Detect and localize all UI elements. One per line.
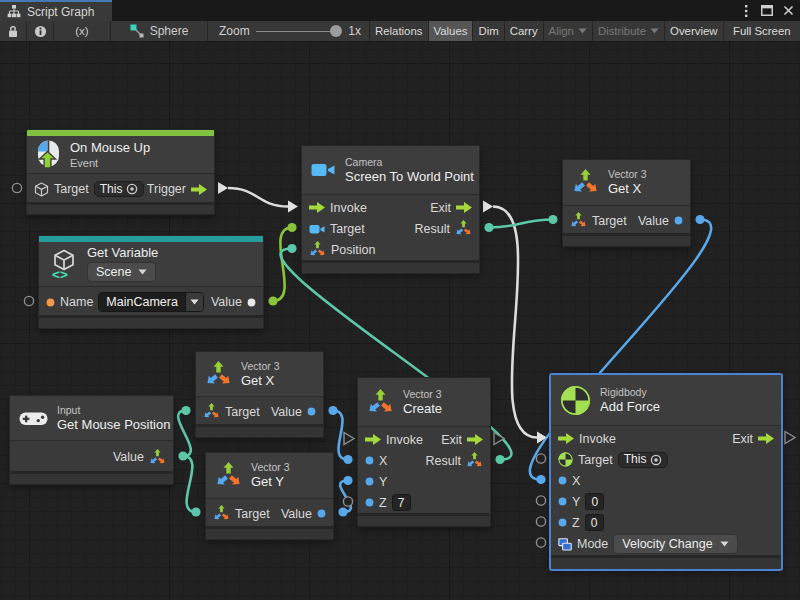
add-force-x-in[interactable]: [536, 475, 545, 484]
get-x-mid-value-out[interactable]: [328, 406, 337, 415]
inline-value-input[interactable]: 0: [585, 493, 604, 510]
wire-mouse-to-gety-target[interactable]: [183, 456, 196, 512]
input-ports: Target: [213, 505, 270, 522]
flow-arrow-icon: [558, 433, 574, 444]
tab-script-graph[interactable]: Script Graph: [0, 0, 112, 21]
node-vector3-create[interactable]: Vector 3CreateInvokeExitXResultYZ7: [357, 377, 491, 527]
wire-result-to-getx-target[interactable]: [489, 220, 553, 228]
create-z-in[interactable]: [343, 497, 352, 506]
toolbar-button-align[interactable]: Align: [544, 21, 593, 41]
on-mouse-up-trigger-out[interactable]: [218, 182, 228, 194]
variable-scope-dropdown[interactable]: Scene: [87, 262, 156, 282]
port-row: TargetValue: [196, 399, 323, 424]
wire-gety-to-create-y[interactable]: [340, 481, 351, 513]
zoom-slider-handle[interactable]: [330, 25, 342, 37]
this-owner-pill[interactable]: This: [94, 181, 145, 197]
add-force-invoke-in[interactable]: [537, 432, 547, 444]
toolbar-button-dim[interactable]: Dim: [473, 21, 504, 41]
camera-invoke-in[interactable]: [288, 201, 298, 213]
node-footer: [27, 205, 214, 214]
create-result-out[interactable]: [495, 455, 504, 464]
gamepad-icon: [19, 410, 48, 427]
lock-button[interactable]: [0, 21, 27, 41]
node-get-variable[interactable]: <>Get VariableSceneNameMainCameraValue: [38, 235, 264, 329]
port-label: Result: [415, 222, 450, 236]
node-subtitle: Camera: [345, 157, 469, 168]
chevron-down-icon[interactable]: [185, 293, 203, 311]
node-vector3-get-y[interactable]: Vector 3Get YTargetValue: [205, 452, 334, 540]
wire-exit-to-invoke[interactable]: [493, 207, 537, 438]
zoom-group: Zoom 1x: [208, 21, 370, 41]
get-variable-value-out[interactable]: [268, 296, 277, 305]
get-x-top-target-in[interactable]: [548, 215, 557, 224]
float-dot-icon: [365, 498, 374, 507]
port-label: Z: [572, 516, 580, 530]
inline-value-input[interactable]: 0: [585, 514, 604, 531]
code-button[interactable]: (x): [54, 21, 111, 41]
toolbar-button-relations[interactable]: Relations: [370, 21, 429, 41]
add-force-mode-in[interactable]: [536, 538, 545, 547]
graph-reference-button[interactable]: Sphere: [111, 21, 208, 41]
input-ports: Z7: [365, 494, 411, 511]
create-y-in[interactable]: [343, 476, 352, 485]
input-ports: NameMainCamera: [46, 292, 204, 312]
vector3-icon: [205, 361, 232, 388]
node-rigidbody-add-force[interactable]: RigidbodyAdd ForceInvokeExitTargetThisXY…: [550, 374, 782, 570]
info-button[interactable]: [27, 21, 54, 41]
camera-position-in[interactable]: [287, 244, 296, 253]
wire-trigger-to-invoke[interactable]: [228, 188, 288, 207]
string-dot-icon: [46, 298, 55, 307]
toolbar-button-full-screen[interactable]: Full Screen: [724, 21, 800, 41]
camera-result-out[interactable]: [484, 223, 493, 232]
maximize-icon[interactable]: [760, 4, 774, 18]
create-x-in[interactable]: [343, 455, 352, 464]
node-screen-to-world-point[interactable]: CameraScreen To World PointInvokeExitTar…: [301, 145, 480, 274]
port-row: TargetThisTrigger: [27, 176, 214, 202]
add-force-y-in[interactable]: [536, 496, 545, 505]
float-dot-icon: [558, 476, 567, 485]
toolbar-button-carry[interactable]: Carry: [505, 21, 544, 41]
toolbar-button-distribute[interactable]: Distribute: [593, 21, 665, 41]
get-y-value-out[interactable]: [338, 507, 347, 516]
port-row: Value: [10, 443, 173, 471]
node-subtitle: Input: [57, 405, 163, 416]
node-get-mouse-position[interactable]: InputGet Mouse PositionValue: [9, 395, 174, 485]
toolbar-button-overview[interactable]: Overview: [665, 21, 723, 41]
node-vector3-get-x-mid[interactable]: Vector 3Get XTargetValue: [195, 351, 324, 438]
camera-exit-out[interactable]: [483, 201, 493, 213]
this-owner-pill[interactable]: This: [618, 452, 669, 468]
get-x-top-value-out[interactable]: [695, 215, 704, 224]
get-x-mid-target-in[interactable]: [181, 406, 190, 415]
dropdown[interactable]: Velocity Change: [613, 534, 737, 554]
get-variable-name-in[interactable]: [24, 296, 33, 305]
wire-mouse-to-getx-target[interactable]: [178, 411, 191, 457]
float-dot-icon: [558, 518, 567, 527]
variable-name-value[interactable]: MainCamera: [99, 293, 185, 311]
get-y-target-in[interactable]: [191, 507, 200, 516]
chevron-down-icon: [650, 28, 659, 34]
input-ports: Target: [203, 403, 260, 420]
toolbar-button-label: Distribute: [598, 25, 646, 37]
create-invoke-in[interactable]: [344, 433, 354, 445]
node-on-mouse-up[interactable]: On Mouse UpEventTargetThisTrigger: [26, 129, 215, 215]
port-label: Trigger: [147, 182, 186, 196]
mouse-up-icon: [36, 140, 61, 170]
wire-variable-to-target[interactable]: [273, 228, 292, 302]
input-value-out[interactable]: [178, 451, 187, 460]
chevron-down-icon: [578, 28, 587, 34]
port-label: Value: [211, 295, 242, 309]
variable-name-combo[interactable]: MainCamera: [98, 292, 204, 312]
inline-value-input[interactable]: 7: [392, 494, 411, 511]
camera-target-in[interactable]: [287, 223, 296, 232]
menu-kebab-icon[interactable]: [739, 4, 753, 18]
close-icon[interactable]: [781, 4, 795, 18]
graph-canvas[interactable]: On Mouse UpEventTargetThisTrigger<>Get V…: [0, 42, 800, 600]
add-force-exit-out[interactable]: [785, 432, 795, 444]
node-vector3-get-x-top[interactable]: Vector 3Get XTargetValue: [562, 159, 691, 247]
add-force-target-in[interactable]: [536, 454, 545, 463]
on-mouse-up-target-in[interactable]: [12, 183, 21, 192]
toolbar-button-values[interactable]: Values: [429, 21, 474, 41]
zoom-slider[interactable]: [256, 21, 343, 42]
node-footer: [206, 529, 333, 539]
add-force-z-in[interactable]: [536, 517, 545, 526]
